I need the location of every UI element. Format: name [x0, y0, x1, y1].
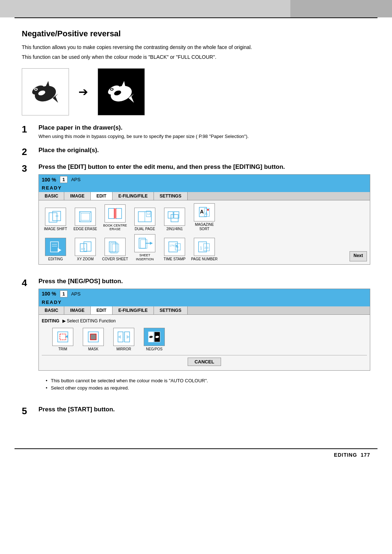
panel1-tab-basic[interactable]: BASIC: [39, 192, 64, 200]
svg-text:⊞: ⊞: [176, 245, 179, 249]
svg-rect-19: [81, 213, 90, 220]
panel1-percent: 100 %: [42, 177, 56, 183]
panel2-tab-settings[interactable]: SETTINGS: [154, 306, 188, 314]
step-5-content: Press the [START] button.: [38, 406, 370, 415]
svg-rect-67: [90, 334, 96, 340]
step-5: 5 Press the [START] button.: [22, 406, 370, 416]
panel2-tab-basic[interactable]: BASIC: [39, 306, 64, 314]
step-4: 4 Press the [NEG/POS] button. 100 % 1 AP…: [22, 278, 370, 400]
btn-book-centre-erase[interactable]: BOOK CENTREERASE: [101, 204, 129, 232]
cover-sheet-icon: [105, 238, 126, 256]
image-shift-label: IMAGE SHIFT: [44, 227, 67, 231]
btn-neg-pos[interactable]: NEG/POS: [140, 328, 168, 351]
xy-zoom-label: XY ZOOM: [77, 257, 94, 261]
editing-row: EDITING ▶ Select EDITING Function: [42, 317, 367, 326]
btn-time-stamp[interactable]: 17% ▣ ⊞ TIME STAMP: [161, 238, 188, 261]
svg-marker-65: [65, 335, 68, 338]
editing-label: EDITING: [48, 257, 63, 261]
trim-icon: [52, 328, 73, 346]
btn-cover-sheet[interactable]: COVER SHEET: [101, 238, 129, 261]
btn-editing[interactable]: EDITING: [42, 238, 69, 261]
mirror-icon: [113, 328, 134, 346]
trim-label: TRIM: [58, 347, 67, 351]
top-bar-accent: [290, 0, 392, 17]
whale-original: [22, 68, 69, 115]
next-button[interactable]: Next: [350, 251, 367, 261]
btn-edge-erase[interactable]: EDGE ERASE: [72, 208, 99, 231]
step-4-number: 4: [22, 278, 35, 288]
svg-rect-40: [207, 209, 209, 211]
step-3: 3 Press the [EDIT] button to enter the e…: [22, 163, 370, 271]
note-1: This button cannot be selected when the …: [46, 377, 370, 385]
step-1: 1 Place paper in the drawer(s). When usi…: [22, 124, 370, 140]
panel1-tabs: BASIC IMAGE EDIT E-FILING/FILE SETTINGS: [39, 192, 370, 200]
whale-normal-icon: [27, 72, 64, 112]
panel1-tab-efiling[interactable]: E-FILING/FILE: [113, 192, 154, 200]
xy-zoom-icon: XY: [75, 238, 96, 256]
step-1-desc: When using this mode in bypass copying, …: [38, 133, 370, 140]
ui-panel-2: 100 % 1 APS READY BASIC IMAGE EDIT E-FIL…: [38, 289, 370, 371]
svg-marker-54: [150, 242, 153, 245]
svg-text:→: →: [177, 217, 179, 220]
panel2-tab-image[interactable]: IMAGE: [64, 306, 90, 314]
whale-illustration: ➔: [22, 68, 370, 115]
section-title: Negative/Positive reversal: [22, 29, 370, 38]
btn-page-number[interactable]: 1 2/3 PAGE NUMBER: [191, 238, 218, 261]
panel2-editing-label: EDITING: [42, 318, 60, 323]
svg-rect-64: [60, 334, 66, 340]
svg-rect-41: [50, 242, 58, 252]
whale-inverted: [98, 68, 145, 115]
panel2-aps: APS: [71, 291, 81, 297]
image-shift-icon: [45, 208, 66, 226]
svg-rect-49: [111, 243, 117, 253]
btn-sheet-insertion[interactable]: SHEETINSERTION: [131, 234, 159, 261]
step-2-number: 2: [22, 147, 35, 157]
svg-point-14: [111, 89, 113, 90]
svg-marker-44: [58, 248, 61, 252]
note-2: Select other copy modes as required.: [46, 384, 370, 392]
btn-image-shift[interactable]: IMAGE SHIFT: [42, 208, 69, 231]
svg-rect-48: [109, 242, 116, 252]
svg-rect-50: [112, 244, 119, 252]
intro-text-1: This function allows you to make copies …: [22, 44, 370, 51]
cancel-button[interactable]: CANCEL: [188, 358, 221, 366]
panel2-body: EDITING ▶ Select EDITING Function: [39, 315, 370, 370]
edge-erase-icon: [75, 208, 96, 226]
step-5-number: 5: [22, 406, 35, 416]
panel1-row1: IMAGE SHIFT: [39, 200, 370, 233]
cover-sheet-label: COVER SHEET: [102, 257, 128, 261]
neg-pos-label: NEG/POS: [146, 347, 163, 351]
btn-trim[interactable]: TRIM: [49, 328, 77, 351]
btn-magazine-sort[interactable]: A A MAGAZINE SORT: [191, 203, 218, 231]
edge-erase-label: EDGE ERASE: [73, 227, 97, 231]
svg-rect-52: [140, 240, 147, 248]
panel2-tabs: BASIC IMAGE EDIT E-FILING/FILE SETTINGS: [39, 306, 370, 315]
time-stamp-label: TIME STAMP: [164, 257, 185, 261]
panel1-tab-image[interactable]: IMAGE: [64, 192, 90, 200]
2in1-4in1-label: 2IN1/4IN1: [166, 227, 183, 231]
btn-dual-page[interactable]: 12 DUAL PAGE: [131, 208, 159, 231]
btn-xy-zoom[interactable]: XY XY ZOOM: [72, 238, 99, 261]
btn-2in1-4in1[interactable]: → 2IN1/4IN1: [161, 208, 188, 231]
step-3-number: 3: [22, 163, 35, 174]
dual-page-label: DUAL PAGE: [135, 227, 155, 231]
btn-mirror[interactable]: MIRROR: [110, 328, 138, 351]
step-4-content: Press the [NEG/POS] button. 100 % 1 APS …: [38, 278, 370, 400]
panel1-tab-edit[interactable]: EDIT: [91, 192, 113, 200]
step-1-content: Place paper in the drawer(s). When using…: [38, 124, 370, 140]
svg-text:A: A: [205, 212, 208, 216]
step-2: 2 Place the original(s).: [22, 147, 370, 157]
panel2-tab-efiling[interactable]: E-FILING/FILE: [113, 306, 154, 314]
step-2-title: Place the original(s).: [38, 147, 370, 154]
svg-text:12: 12: [147, 212, 150, 216]
svg-rect-24: [109, 208, 114, 219]
panel2-tab-edit[interactable]: EDIT: [91, 306, 113, 314]
svg-marker-72: [118, 335, 121, 339]
mask-label: MASK: [88, 347, 98, 351]
btn-mask[interactable]: MASK: [79, 328, 107, 351]
book-centre-erase-icon: [105, 204, 126, 223]
dual-page-icon: 12: [134, 208, 155, 226]
svg-marker-73: [127, 335, 130, 339]
panel1-tab-settings[interactable]: SETTINGS: [154, 192, 188, 200]
2in1-4in1-icon: →: [164, 208, 185, 226]
